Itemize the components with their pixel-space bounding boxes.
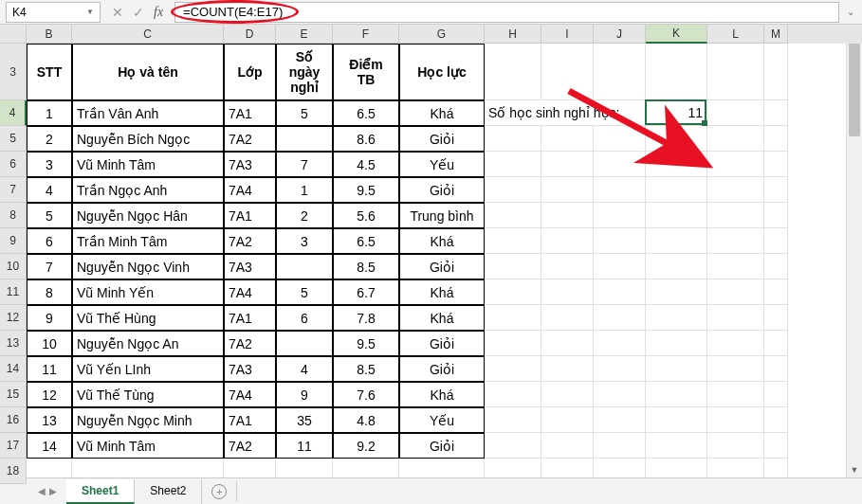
cell-name[interactable]: Vũ Yến LInh	[72, 356, 224, 382]
sheet-tab-sheet1[interactable]: Sheet1	[66, 479, 135, 504]
cell-empty[interactable]	[707, 331, 764, 356]
cell-stt[interactable]: 10	[27, 331, 72, 356]
cell-class[interactable]: 7A4	[224, 279, 276, 305]
col-header-F[interactable]: F	[333, 25, 399, 44]
cell-rank[interactable]: Giỏi	[399, 177, 485, 203]
cancel-icon[interactable]: ✕	[112, 5, 123, 20]
cell-class[interactable]: 7A1	[224, 407, 276, 433]
row-header-4[interactable]: 4	[0, 100, 27, 126]
cell-empty[interactable]	[485, 407, 541, 433]
cell-rank[interactable]: Giỏi	[399, 356, 485, 382]
cell-days[interactable]: 2	[276, 203, 333, 228]
cell-empty[interactable]	[594, 203, 646, 228]
header-score[interactable]: ĐiểmTB	[333, 44, 399, 100]
cell-empty[interactable]	[646, 356, 707, 382]
cell-empty[interactable]	[594, 279, 646, 305]
cell-score[interactable]: 4.8	[333, 407, 399, 433]
side-label[interactable]: Số học sinh nghỉ học:	[485, 100, 646, 126]
cell-empty[interactable]	[764, 305, 788, 331]
cell-empty[interactable]	[707, 100, 764, 126]
cell-empty[interactable]	[646, 152, 707, 177]
cell-empty[interactable]	[764, 44, 788, 100]
cell-empty[interactable]	[764, 152, 788, 177]
cells-area[interactable]: STTHọ và tênLớpSốngàynghỉĐiểmTBHọc lực1T…	[27, 44, 862, 477]
cell-empty[interactable]	[764, 356, 788, 382]
cell-empty[interactable]	[541, 279, 594, 305]
cell-stt[interactable]: 13	[27, 407, 72, 433]
cell-days[interactable]	[276, 331, 333, 356]
cell-empty[interactable]	[646, 382, 707, 407]
cell-days[interactable]: 6	[276, 305, 333, 331]
row-header-14[interactable]: 14	[0, 356, 27, 382]
cell-score[interactable]: 6.5	[333, 228, 399, 254]
cell-empty[interactable]	[541, 382, 594, 407]
cell-empty[interactable]	[707, 356, 764, 382]
cell-empty[interactable]	[594, 331, 646, 356]
cell-class[interactable]: 7A2	[224, 331, 276, 356]
cell-name[interactable]: Trần Ngọc Anh	[72, 177, 224, 203]
cell-rank[interactable]: Khá	[399, 279, 485, 305]
cell-days[interactable]: 9	[276, 382, 333, 407]
col-header-M[interactable]: M	[764, 25, 788, 44]
dropdown-icon[interactable]: ▼	[86, 8, 94, 16]
cell-class[interactable]: 7A2	[224, 228, 276, 254]
cell-rank[interactable]: Yếu	[399, 407, 485, 433]
cell-empty[interactable]	[646, 44, 707, 100]
cell-empty[interactable]	[646, 433, 707, 459]
cell-rank[interactable]: Khá	[399, 100, 485, 126]
cell-empty[interactable]	[594, 382, 646, 407]
cell-empty[interactable]	[541, 203, 594, 228]
header-name[interactable]: Họ và tên	[72, 44, 224, 100]
sheet-tab-sheet2[interactable]: Sheet2	[135, 479, 202, 504]
cell-class[interactable]: 7A3	[224, 356, 276, 382]
sheet-nav[interactable]: ◀▶	[28, 486, 66, 496]
formula-input[interactable]: =COUNT(E4:E17)	[174, 2, 839, 23]
cell-rank[interactable]: Yếu	[399, 152, 485, 177]
cell-days[interactable]: 4	[276, 356, 333, 382]
cell-rank[interactable]: Khá	[399, 382, 485, 407]
cell-name[interactable]: Vũ Minh Tâm	[72, 152, 224, 177]
cell-name[interactable]: Vũ Thế Hùng	[72, 305, 224, 331]
cell-empty[interactable]	[485, 44, 541, 100]
cell-days[interactable]: 3	[276, 228, 333, 254]
cell-class[interactable]: 7A1	[224, 203, 276, 228]
cell-name[interactable]: Nguyễn Ngọc Hân	[72, 203, 224, 228]
cell-score[interactable]: 6.5	[333, 100, 399, 126]
cell-rank[interactable]: Giỏi	[399, 126, 485, 152]
cell-empty[interactable]	[646, 177, 707, 203]
cell-empty[interactable]	[764, 407, 788, 433]
cell-empty[interactable]	[764, 382, 788, 407]
cell-empty[interactable]	[594, 228, 646, 254]
cell-rank[interactable]: Khá	[399, 305, 485, 331]
cell-days[interactable]: 1	[276, 177, 333, 203]
cell-empty[interactable]	[594, 305, 646, 331]
cell-stt[interactable]: 5	[27, 203, 72, 228]
cell-empty[interactable]	[485, 152, 541, 177]
col-header-I[interactable]: I	[541, 25, 594, 44]
cell-empty[interactable]	[764, 126, 788, 152]
cell-score[interactable]: 9.5	[333, 177, 399, 203]
col-header-B[interactable]: B	[27, 25, 72, 44]
cell-empty[interactable]	[541, 177, 594, 203]
cell-empty[interactable]	[764, 100, 788, 126]
row-header-18[interactable]: 18	[0, 459, 27, 484]
cell-name[interactable]: Trần Vân Anh	[72, 100, 224, 126]
cell-empty[interactable]	[541, 152, 594, 177]
cell-empty[interactable]	[485, 177, 541, 203]
cell-stt[interactable]: 9	[27, 305, 72, 331]
row-header-10[interactable]: 10	[0, 254, 27, 279]
cell-stt[interactable]: 1	[27, 100, 72, 126]
cell-name[interactable]: Nguyễn Bích Ngọc	[72, 126, 224, 152]
cell-class[interactable]: 7A3	[224, 152, 276, 177]
cell-stt[interactable]: 3	[27, 152, 72, 177]
cell-empty[interactable]	[541, 433, 594, 459]
cell-empty[interactable]	[485, 279, 541, 305]
cell-empty[interactable]	[707, 44, 764, 100]
cell-empty[interactable]	[541, 356, 594, 382]
col-header-J[interactable]: J	[594, 25, 646, 44]
cell-empty[interactable]	[764, 254, 788, 279]
cell-score[interactable]: 8.5	[333, 356, 399, 382]
cell-score[interactable]: 4.5	[333, 152, 399, 177]
select-all-corner[interactable]	[0, 25, 27, 44]
cell-class[interactable]: 7A2	[224, 433, 276, 459]
